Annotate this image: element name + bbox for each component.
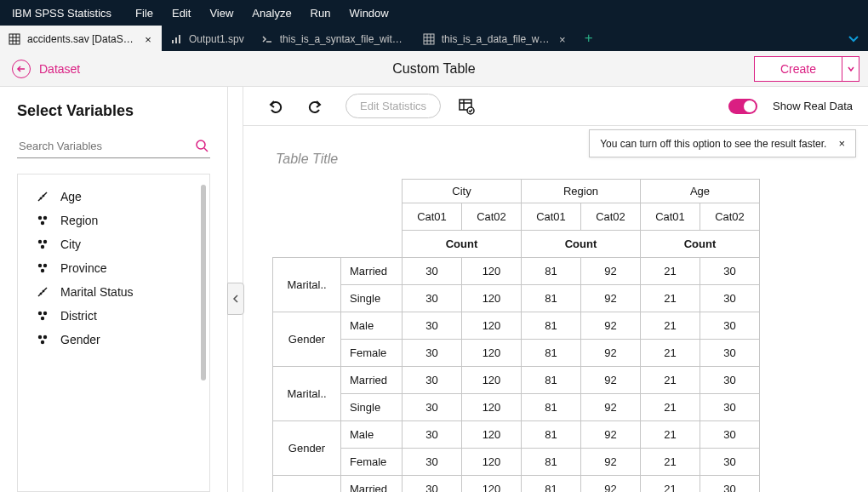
- cell-value: 21: [641, 421, 700, 449]
- column-group[interactable]: Age: [641, 180, 760, 203]
- search-icon[interactable]: [195, 139, 208, 152]
- column-category: Cat02: [581, 203, 641, 231]
- cell-value: 30: [700, 367, 760, 394]
- tab-syntax[interactable]: this_is_a_syntax_file_with_a_lo…: [253, 26, 414, 51]
- variable-name: Marital Status: [60, 285, 134, 299]
- menu-file[interactable]: File: [135, 7, 153, 20]
- tab-output[interactable]: Output1.spv: [162, 26, 253, 51]
- show-real-data-toggle[interactable]: [728, 99, 757, 114]
- cell-value: 21: [641, 312, 700, 340]
- cell-value: 120: [462, 367, 522, 394]
- search-input[interactable]: [19, 140, 195, 152]
- svg-point-21: [43, 216, 47, 220]
- menu-run[interactable]: Run: [311, 7, 331, 20]
- cell-value: 21: [641, 476, 700, 493]
- variable-name: District: [60, 309, 97, 323]
- svg-rect-9: [424, 34, 434, 44]
- cell-value: 92: [581, 394, 641, 421]
- menu-view[interactable]: View: [209, 7, 233, 20]
- cell-value: 30: [700, 340, 760, 367]
- search-variables[interactable]: [17, 135, 210, 158]
- cell-value: 30: [403, 367, 462, 394]
- variable-item[interactable]: Province: [18, 256, 209, 280]
- variable-item[interactable]: Gender: [18, 328, 209, 352]
- cell-value: 92: [581, 367, 641, 394]
- variable-name: Age: [60, 190, 82, 203]
- tab-label: this_is_a_data_file_with_a_long: [442, 33, 551, 45]
- close-icon[interactable]: ×: [557, 34, 568, 44]
- table-canvas[interactable]: Table Title CityRegionAgeCat01Cat02Cat01…: [243, 126, 868, 492]
- row-group[interactable]: Marital..: [273, 476, 341, 493]
- variable-item[interactable]: Marital Status: [18, 280, 209, 304]
- column-group[interactable]: City: [403, 180, 522, 203]
- collapse-panel-button[interactable]: [227, 283, 244, 315]
- column-category: Cat02: [462, 203, 522, 231]
- tab-datafile[interactable]: this_is_a_data_file_with_a_long ×: [414, 26, 576, 51]
- add-tab-button[interactable]: +: [576, 26, 602, 51]
- menu-edit[interactable]: Edit: [172, 7, 191, 20]
- categories-icon: [37, 334, 49, 346]
- row-group[interactable]: Marital..: [273, 258, 341, 312]
- redo-button[interactable]: [301, 93, 328, 120]
- row-group[interactable]: Gender: [273, 421, 341, 476]
- custom-table: CityRegionAgeCat01Cat02Cat01Cat02Cat01Ca…: [272, 179, 760, 492]
- row-category: Male: [341, 421, 403, 449]
- measure-label: Count: [403, 231, 522, 258]
- cell-value: 30: [403, 476, 462, 493]
- cell-value: 120: [462, 421, 522, 449]
- menu-window[interactable]: Window: [349, 7, 388, 20]
- builder-toolbar: Edit Statistics Show Real Data: [243, 87, 868, 126]
- scrollbar[interactable]: [201, 185, 206, 380]
- variable-item[interactable]: Age: [18, 185, 209, 209]
- column-group[interactable]: Region: [522, 180, 641, 203]
- cell-value: 81: [522, 476, 581, 493]
- cell-value: 81: [522, 367, 581, 394]
- row-group[interactable]: Marital..: [273, 367, 341, 421]
- back-button[interactable]: Dataset: [0, 60, 80, 78]
- panel-title: Select Variables: [17, 102, 210, 120]
- table-settings-button[interactable]: [453, 93, 480, 120]
- cell-value: 120: [462, 449, 522, 476]
- menu-analyze[interactable]: Analyze: [252, 7, 291, 20]
- page-title: Custom Table: [0, 61, 868, 77]
- close-icon[interactable]: ×: [143, 34, 153, 44]
- tab-label: Output1.spv: [189, 33, 244, 45]
- create-dropdown-button[interactable]: [842, 56, 859, 82]
- undo-button[interactable]: [262, 93, 289, 120]
- tab-dataset[interactable]: accidents.sav [DataSet1]* ×: [0, 26, 162, 51]
- back-arrow-icon: [12, 60, 31, 78]
- svg-point-26: [38, 264, 42, 267]
- cell-value: 92: [581, 285, 641, 312]
- variable-item[interactable]: District: [18, 304, 209, 328]
- row-category: Single: [341, 285, 403, 312]
- column-category: Cat01: [403, 203, 462, 231]
- cell-value: 81: [522, 449, 581, 476]
- chart-icon: [170, 33, 182, 45]
- info-tip: You can turn off this option to see the …: [589, 129, 856, 157]
- tabs-overflow-icon[interactable]: [846, 26, 861, 51]
- cell-value: 30: [403, 421, 462, 449]
- create-button[interactable]: Create: [754, 56, 842, 82]
- row-group[interactable]: Gender: [273, 312, 341, 367]
- svg-point-20: [38, 216, 42, 220]
- svg-point-37: [41, 340, 44, 344]
- variable-name: Region: [60, 214, 98, 227]
- cell-value: 30: [700, 421, 760, 449]
- cell-value: 92: [581, 449, 641, 476]
- close-icon[interactable]: ×: [838, 137, 845, 150]
- toggle-label: Show Real Data: [773, 100, 853, 112]
- svg-point-34: [41, 317, 44, 320]
- row-category: Male: [341, 312, 403, 340]
- cell-value: 30: [403, 312, 462, 340]
- cell-value: 21: [641, 367, 700, 394]
- row-category: Female: [341, 449, 403, 476]
- categories-icon: [37, 215, 49, 226]
- ruler-icon: [37, 191, 49, 203]
- categories-icon: [37, 262, 49, 274]
- svg-line-16: [204, 148, 208, 152]
- column-category: Cat01: [522, 203, 581, 231]
- tip-text: You can turn off this option to see the …: [600, 138, 826, 150]
- variable-item[interactable]: City: [18, 232, 209, 256]
- variable-item[interactable]: Region: [18, 209, 209, 232]
- row-category: Married: [341, 258, 403, 285]
